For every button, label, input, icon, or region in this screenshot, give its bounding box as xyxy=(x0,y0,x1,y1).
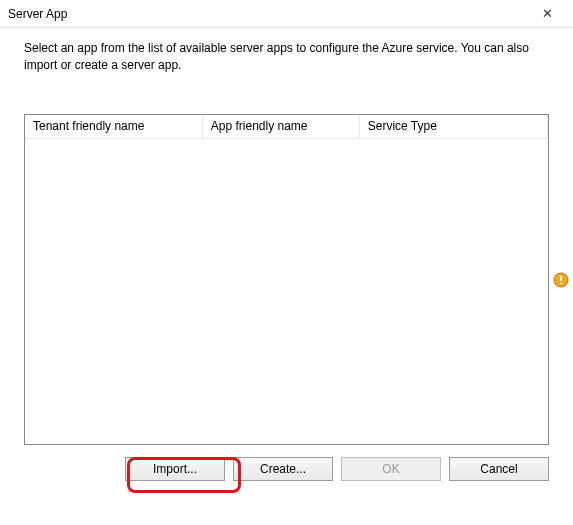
window-title: Server App xyxy=(8,7,67,21)
cancel-button[interactable]: Cancel xyxy=(449,457,549,481)
svg-rect-2 xyxy=(560,283,562,285)
title-bar: Server App ✕ xyxy=(0,0,573,28)
list-body xyxy=(25,139,548,444)
list-header: Tenant friendly name App friendly name S… xyxy=(25,115,548,139)
column-service-type[interactable]: Service Type xyxy=(360,115,548,138)
column-app-friendly-name[interactable]: App friendly name xyxy=(203,115,360,138)
column-tenant-friendly-name[interactable]: Tenant friendly name xyxy=(25,115,203,138)
instruction-text: Select an app from the list of available… xyxy=(0,28,573,74)
close-button[interactable]: ✕ xyxy=(527,2,567,26)
create-button[interactable]: Create... xyxy=(233,457,333,481)
ok-button[interactable]: OK xyxy=(341,457,441,481)
dialog-button-row: Import... Create... OK Cancel xyxy=(0,457,573,487)
server-app-list[interactable]: Tenant friendly name App friendly name S… xyxy=(24,114,549,445)
import-button[interactable]: Import... xyxy=(125,457,225,481)
validation-warning-icon xyxy=(553,272,569,288)
close-icon: ✕ xyxy=(542,6,553,21)
svg-rect-1 xyxy=(560,276,562,282)
